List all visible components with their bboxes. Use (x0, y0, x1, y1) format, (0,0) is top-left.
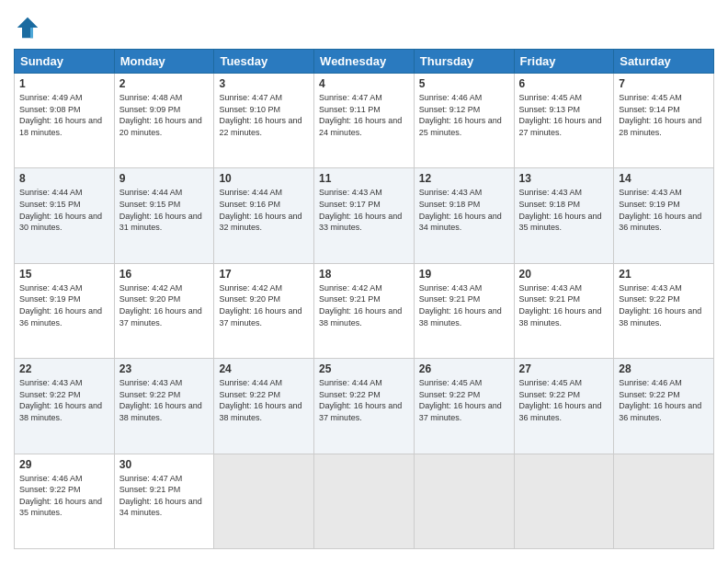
day-number: 23 (119, 362, 210, 375)
calendar-cell: 23Sunrise: 4:43 AMSunset: 9:22 PMDayligh… (114, 359, 214, 454)
day-number: 24 (219, 362, 309, 375)
calendar-cell: 25Sunrise: 4:44 AMSunset: 9:22 PMDayligh… (314, 359, 415, 454)
day-info: Sunrise: 4:45 AMSunset: 9:13 PMDaylight:… (519, 92, 609, 138)
day-info: Sunrise: 4:44 AMSunset: 9:15 PMDaylight:… (19, 187, 109, 233)
calendar-cell: 10Sunrise: 4:44 AMSunset: 9:16 PMDayligh… (214, 168, 314, 263)
day-info: Sunrise: 4:42 AMSunset: 9:20 PMDaylight:… (119, 282, 210, 328)
calendar-header-wednesday: Wednesday (314, 50, 415, 74)
day-number: 11 (319, 172, 409, 185)
calendar-cell: 11Sunrise: 4:43 AMSunset: 9:17 PMDayligh… (314, 168, 415, 263)
calendar-cell: 17Sunrise: 4:42 AMSunset: 9:20 PMDayligh… (214, 263, 314, 358)
day-info: Sunrise: 4:44 AMSunset: 9:22 PMDaylight:… (319, 377, 409, 423)
logo (14, 14, 45, 41)
calendar-cell: 18Sunrise: 4:42 AMSunset: 9:21 PMDayligh… (314, 263, 415, 358)
day-info: Sunrise: 4:45 AMSunset: 9:14 PMDaylight:… (619, 92, 709, 138)
day-info: Sunrise: 4:43 AMSunset: 9:19 PMDaylight:… (19, 282, 109, 328)
day-number: 12 (419, 172, 509, 185)
calendar-header-sunday: Sunday (15, 50, 115, 74)
calendar-cell: 4Sunrise: 4:47 AMSunset: 9:11 PMDaylight… (314, 74, 415, 168)
calendar-week-row: 22Sunrise: 4:43 AMSunset: 9:22 PMDayligh… (15, 359, 714, 454)
day-number: 27 (519, 362, 609, 375)
calendar-cell (614, 454, 714, 548)
calendar-cell: 7Sunrise: 4:45 AMSunset: 9:14 PMDaylight… (614, 74, 714, 168)
day-number: 7 (619, 77, 709, 90)
day-number: 13 (519, 172, 609, 185)
day-info: Sunrise: 4:43 AMSunset: 9:22 PMDaylight:… (619, 282, 709, 328)
calendar-cell: 24Sunrise: 4:44 AMSunset: 9:22 PMDayligh… (214, 359, 314, 454)
header (14, 14, 714, 41)
calendar-week-row: 15Sunrise: 4:43 AMSunset: 9:19 PMDayligh… (15, 263, 714, 358)
day-info: Sunrise: 4:43 AMSunset: 9:22 PMDaylight:… (119, 377, 210, 423)
calendar-week-row: 1Sunrise: 4:49 AMSunset: 9:08 PMDaylight… (15, 74, 714, 168)
day-info: Sunrise: 4:46 AMSunset: 9:22 PMDaylight:… (19, 473, 109, 519)
day-info: Sunrise: 4:45 AMSunset: 9:22 PMDaylight:… (519, 377, 609, 423)
day-number: 5 (419, 77, 509, 90)
day-number: 2 (119, 77, 210, 90)
day-number: 14 (619, 172, 709, 185)
calendar-cell: 22Sunrise: 4:43 AMSunset: 9:22 PMDayligh… (15, 359, 115, 454)
calendar-header-saturday: Saturday (614, 50, 714, 74)
calendar-cell: 15Sunrise: 4:43 AMSunset: 9:19 PMDayligh… (15, 263, 115, 358)
day-info: Sunrise: 4:43 AMSunset: 9:22 PMDaylight:… (19, 377, 109, 423)
day-number: 25 (319, 362, 409, 375)
day-info: Sunrise: 4:44 AMSunset: 9:22 PMDaylight:… (219, 377, 309, 423)
day-number: 26 (419, 362, 509, 375)
calendar-cell: 14Sunrise: 4:43 AMSunset: 9:19 PMDayligh… (614, 168, 714, 263)
calendar-header-friday: Friday (514, 50, 614, 74)
day-number: 1 (19, 77, 109, 90)
day-info: Sunrise: 4:47 AMSunset: 9:21 PMDaylight:… (119, 473, 210, 519)
calendar-cell: 29Sunrise: 4:46 AMSunset: 9:22 PMDayligh… (15, 454, 115, 548)
calendar-cell: 1Sunrise: 4:49 AMSunset: 9:08 PMDaylight… (15, 74, 115, 168)
calendar-header-thursday: Thursday (414, 50, 514, 74)
calendar-cell: 6Sunrise: 4:45 AMSunset: 9:13 PMDaylight… (514, 74, 614, 168)
calendar-cell (314, 454, 415, 548)
day-info: Sunrise: 4:48 AMSunset: 9:09 PMDaylight:… (119, 92, 210, 138)
day-number: 20 (519, 268, 609, 281)
day-number: 10 (219, 172, 309, 185)
calendar-cell: 21Sunrise: 4:43 AMSunset: 9:22 PMDayligh… (614, 263, 714, 358)
calendar-cell: 30Sunrise: 4:47 AMSunset: 9:21 PMDayligh… (114, 454, 214, 548)
day-info: Sunrise: 4:44 AMSunset: 9:16 PMDaylight:… (219, 187, 309, 233)
calendar-cell: 3Sunrise: 4:47 AMSunset: 9:10 PMDaylight… (214, 74, 314, 168)
logo-icon (14, 14, 41, 41)
day-number: 18 (319, 268, 409, 281)
calendar-cell: 28Sunrise: 4:46 AMSunset: 9:22 PMDayligh… (614, 359, 714, 454)
day-info: Sunrise: 4:42 AMSunset: 9:20 PMDaylight:… (219, 282, 309, 328)
day-number: 30 (119, 458, 210, 471)
day-info: Sunrise: 4:42 AMSunset: 9:21 PMDaylight:… (319, 282, 409, 328)
day-info: Sunrise: 4:46 AMSunset: 9:22 PMDaylight:… (619, 377, 709, 423)
day-info: Sunrise: 4:49 AMSunset: 9:08 PMDaylight:… (19, 92, 109, 138)
day-info: Sunrise: 4:43 AMSunset: 9:19 PMDaylight:… (619, 187, 709, 233)
calendar-header-tuesday: Tuesday (214, 50, 314, 74)
svg-marker-0 (17, 17, 39, 39)
day-info: Sunrise: 4:47 AMSunset: 9:11 PMDaylight:… (319, 92, 409, 138)
day-info: Sunrise: 4:43 AMSunset: 9:17 PMDaylight:… (319, 187, 409, 233)
day-info: Sunrise: 4:43 AMSunset: 9:18 PMDaylight:… (419, 187, 509, 233)
calendar-cell: 20Sunrise: 4:43 AMSunset: 9:21 PMDayligh… (514, 263, 614, 358)
day-info: Sunrise: 4:47 AMSunset: 9:10 PMDaylight:… (219, 92, 309, 138)
calendar-cell (414, 454, 514, 548)
day-number: 28 (619, 362, 709, 375)
calendar-table: SundayMondayTuesdayWednesdayThursdayFrid… (14, 49, 714, 549)
calendar-cell: 9Sunrise: 4:44 AMSunset: 9:15 PMDaylight… (114, 168, 214, 263)
day-number: 17 (219, 268, 309, 281)
calendar-week-row: 29Sunrise: 4:46 AMSunset: 9:22 PMDayligh… (15, 454, 714, 548)
day-info: Sunrise: 4:45 AMSunset: 9:22 PMDaylight:… (419, 377, 509, 423)
day-number: 4 (319, 77, 409, 90)
day-number: 8 (19, 172, 109, 185)
calendar-cell: 5Sunrise: 4:46 AMSunset: 9:12 PMDaylight… (414, 74, 514, 168)
day-info: Sunrise: 4:43 AMSunset: 9:21 PMDaylight:… (419, 282, 509, 328)
day-number: 21 (619, 268, 709, 281)
day-number: 19 (419, 268, 509, 281)
day-info: Sunrise: 4:43 AMSunset: 9:21 PMDaylight:… (519, 282, 609, 328)
calendar-header-row: SundayMondayTuesdayWednesdayThursdayFrid… (15, 50, 714, 74)
calendar-cell (514, 454, 614, 548)
day-number: 9 (119, 172, 210, 185)
calendar-body: 1Sunrise: 4:49 AMSunset: 9:08 PMDaylight… (15, 74, 714, 549)
day-number: 16 (119, 268, 210, 281)
page: SundayMondayTuesdayWednesdayThursdayFrid… (0, 0, 728, 563)
day-info: Sunrise: 4:43 AMSunset: 9:18 PMDaylight:… (519, 187, 609, 233)
day-info: Sunrise: 4:44 AMSunset: 9:15 PMDaylight:… (119, 187, 210, 233)
day-number: 3 (219, 77, 309, 90)
calendar-cell: 19Sunrise: 4:43 AMSunset: 9:21 PMDayligh… (414, 263, 514, 358)
